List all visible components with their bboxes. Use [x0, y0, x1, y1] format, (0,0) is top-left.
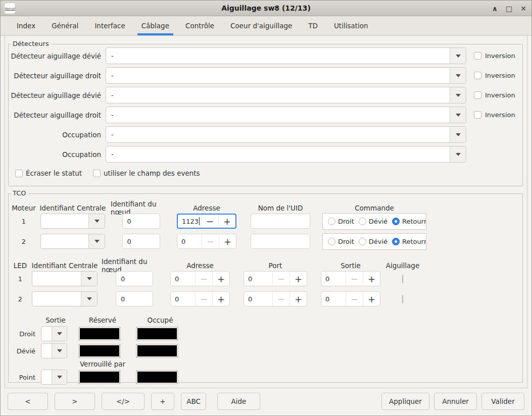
led-2-sortie-spinner[interactable]: 0 − +: [321, 291, 380, 306]
tab-utilisation[interactable]: Utilisation: [326, 16, 376, 35]
moteur-1-adresse-spinner[interactable]: 1123 − +: [177, 214, 236, 229]
moteur-2-retourner-radio[interactable]: [392, 238, 400, 245]
led-1-noeud-field[interactable]: 0: [116, 271, 153, 286]
utiliser-events-checkbox[interactable]: [93, 170, 101, 177]
tab-td[interactable]: TD: [300, 16, 326, 35]
plus-icon[interactable]: +: [212, 292, 229, 306]
led-2-adresse-spinner[interactable]: 0 − +: [170, 291, 230, 306]
led-port-header: Port: [269, 262, 282, 270]
devie-occupe-color-swatch[interactable]: [136, 344, 178, 358]
detecteur-devie-2-combo[interactable]: -: [106, 87, 466, 103]
dropdown-arrow-icon[interactable]: [81, 272, 97, 286]
tab-cablage[interactable]: Câblage: [133, 16, 177, 35]
led-2-noeud-field[interactable]: 0: [116, 291, 153, 306]
tab-coeur-aiguillage[interactable]: Coeur d'aiguillage: [222, 16, 300, 35]
tab-index[interactable]: Index: [9, 16, 43, 35]
ecraser-statut-checkbox[interactable]: [15, 170, 23, 177]
appliquer-button[interactable]: Appliquer: [381, 393, 429, 410]
tab-interface[interactable]: Interface: [86, 16, 133, 35]
led-1-sortie-spinner[interactable]: 0 − +: [321, 271, 380, 286]
plus-icon[interactable]: +: [219, 234, 236, 248]
plus-icon[interactable]: +: [212, 272, 229, 286]
dropdown-arrow-icon[interactable]: [52, 327, 67, 341]
point-occupe-color-swatch[interactable]: [136, 370, 178, 384]
valider-button[interactable]: Valider: [481, 393, 524, 410]
inversion-checkbox-4[interactable]: [474, 111, 481, 119]
maximize-icon[interactable]: □: [506, 5, 512, 12]
devie-sortie-combo[interactable]: [41, 343, 67, 358]
moteur-1-devie-radio[interactable]: [359, 218, 366, 225]
moteur-2-centrale-combo[interactable]: [40, 234, 105, 249]
tab-general[interactable]: Général: [43, 16, 86, 35]
minus-icon[interactable]: −: [195, 272, 212, 286]
moteur-1-retourner-radio[interactable]: [392, 218, 400, 225]
led-2-aiguillage-checkbox[interactable]: [402, 295, 403, 303]
moteur-1-uid-field[interactable]: [251, 214, 310, 229]
detecteur-droit-1-combo[interactable]: -: [106, 67, 466, 84]
devie-reserve-color-swatch[interactable]: [78, 344, 121, 358]
plus-icon[interactable]: +: [289, 292, 307, 306]
next-button[interactable]: >: [55, 393, 95, 410]
dropdown-arrow-icon[interactable]: [450, 107, 466, 123]
dropdown-arrow-icon[interactable]: [450, 127, 466, 142]
detecteur-droit-1-label: Détecteur aiguillage droit: [9, 72, 106, 80]
moteur-2-noeud-field[interactable]: 0: [122, 234, 160, 249]
droit-occupe-color-swatch[interactable]: [136, 327, 178, 341]
dropdown-arrow-icon[interactable]: [450, 87, 466, 103]
point-verrouille-color-swatch[interactable]: [78, 370, 121, 384]
minus-icon[interactable]: −: [346, 272, 363, 286]
annuler-button[interactable]: Annuler: [434, 393, 477, 410]
moteur-2-uid-field[interactable]: [251, 234, 310, 249]
add-button[interactable]: +: [151, 393, 174, 410]
plus-icon[interactable]: +: [363, 292, 380, 306]
dropdown-arrow-icon[interactable]: [450, 68, 466, 83]
moteur-2-droit-radio[interactable]: [328, 238, 335, 245]
dropdown-arrow-icon[interactable]: [88, 234, 105, 248]
minus-icon[interactable]: −: [272, 292, 289, 306]
plus-icon[interactable]: +: [289, 272, 307, 286]
detecteur-devie-2-label: Détecteur aiguillage dévié: [9, 91, 106, 99]
minus-icon[interactable]: −: [195, 292, 212, 306]
occupation-1-combo[interactable]: -: [106, 126, 466, 143]
plus-icon[interactable]: +: [363, 272, 380, 286]
dropdown-arrow-icon[interactable]: [52, 344, 67, 358]
plus-icon[interactable]: +: [218, 215, 235, 228]
moteur-1-droit-radio[interactable]: [328, 218, 335, 225]
moteur-1-noeud-field[interactable]: 0: [122, 214, 160, 229]
droit-reserve-color-swatch[interactable]: [78, 327, 121, 341]
dropdown-arrow-icon[interactable]: [52, 370, 67, 384]
inversion-checkbox-1[interactable]: [474, 52, 481, 60]
led-2-centrale-combo[interactable]: [32, 291, 98, 306]
previous-button[interactable]: <: [8, 393, 48, 410]
xml-button[interactable]: </>: [102, 393, 144, 410]
led-1-adresse-spinner[interactable]: 0 − +: [170, 271, 230, 286]
window-title: Aiguillage sw8 (12/13): [1, 4, 531, 12]
minus-icon[interactable]: −: [202, 234, 219, 248]
led-2-port-spinner[interactable]: 0 − +: [244, 291, 307, 306]
inversion-checkbox-3[interactable]: [474, 91, 481, 99]
moteur-2-devie-radio[interactable]: [359, 238, 366, 245]
dropdown-arrow-icon[interactable]: [81, 292, 97, 306]
tab-controle[interactable]: Contrôle: [177, 16, 222, 35]
point-sortie-combo[interactable]: [41, 370, 67, 385]
dropdown-arrow-icon[interactable]: [450, 146, 466, 162]
minus-icon[interactable]: −: [201, 215, 218, 228]
droit-sortie-combo[interactable]: [41, 326, 67, 341]
moteur-2-adresse-spinner[interactable]: 0 − +: [177, 234, 236, 249]
minus-icon[interactable]: −: [272, 272, 289, 286]
detecteur-droit-2-combo[interactable]: -: [106, 107, 466, 123]
dropdown-arrow-icon[interactable]: [88, 214, 105, 228]
occupation-2-combo[interactable]: -: [106, 146, 466, 163]
abc-button[interactable]: ABC: [181, 393, 206, 410]
aide-button[interactable]: Aide: [217, 393, 260, 410]
minus-icon[interactable]: −: [346, 292, 363, 306]
minimize-icon[interactable]: ∧: [492, 5, 498, 12]
detecteur-devie-1-combo[interactable]: -: [106, 47, 466, 64]
led-1-centrale-combo[interactable]: [32, 271, 98, 286]
led-1-aiguillage-checkbox[interactable]: [402, 275, 403, 283]
close-icon[interactable]: ✕: [520, 5, 526, 12]
moteur-1-centrale-combo[interactable]: [40, 214, 105, 229]
dropdown-arrow-icon[interactable]: [450, 48, 466, 64]
led-1-port-spinner[interactable]: 0 − +: [244, 271, 307, 286]
inversion-checkbox-2[interactable]: [474, 72, 481, 79]
